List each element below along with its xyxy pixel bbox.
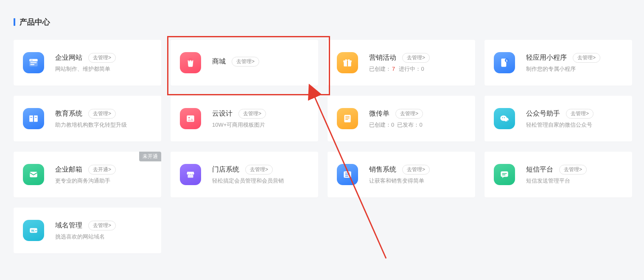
card-enterprise-site[interactable]: 企业网站 去管理> 网站制作、维护都简单 [14,40,161,86]
manage-button[interactable]: 去管理> [88,109,116,119]
stat-publish-label: 已发布： [397,122,419,128]
svg-point-2 [31,60,31,61]
stat-created-label: 已创建： [369,66,391,72]
card-cloud-design[interactable]: 云设计 去管理> 10W+可商用模板图片 [171,96,318,141]
store-icon [180,164,201,185]
svg-rect-11 [33,115,34,122]
not-opened-tag: 未开通 [139,152,161,161]
window-icon [23,52,44,73]
stat-created-label: 已创建： [369,122,391,128]
card-micro-flyer[interactable]: 微传单 去管理> 已创建：0 已发布：0 [328,96,475,141]
manage-button[interactable]: 去管理> [566,109,594,119]
svg-text:W.≡: W.≡ [31,229,37,233]
section-title: 产品中心 [14,17,630,27]
card-title: 销售系统 [369,165,396,174]
manage-button[interactable]: 去管理> [238,109,266,119]
manage-button[interactable]: 去管理> [88,53,116,63]
svg-rect-12 [30,117,32,118]
svg-rect-25 [30,172,37,177]
sms-icon [494,164,515,185]
card-marketing[interactable]: 营销活动 去管理> 已创建：7 进行中：0 [328,40,475,86]
svg-rect-18 [345,118,350,119]
section-title-text: 产品中心 [20,17,50,27]
svg-point-23 [504,117,505,118]
stat-running-label: 进行中： [399,66,421,72]
manage-button[interactable]: 去管理> [245,165,273,175]
book-icon [23,108,44,129]
title-bar-accent [14,18,15,26]
stat-created-value: 0 [391,122,394,128]
manage-button[interactable]: 去管理> [88,221,116,230]
card-desc: 制作您的专属小程序 [526,65,623,73]
card-title: 商城 [212,57,226,66]
svg-rect-5 [30,64,34,65]
card-desc: 助力教培机构数字化转型升级 [55,121,152,129]
svg-rect-16 [344,115,350,122]
svg-point-3 [32,60,33,61]
svg-rect-32 [502,173,507,174]
list-icon [337,164,358,185]
domain-icon: W.≡ [23,220,44,241]
card-desc: 轻松搞定会员管理和会员营销 [212,177,309,185]
card-title: 云设计 [212,109,232,118]
stat-created-value: 7 [392,66,395,72]
svg-rect-4 [30,62,36,63]
manage-button[interactable]: 去管理> [395,109,423,119]
shopping-bag-icon [180,52,201,73]
miniapp-icon [494,52,515,73]
card-title: 公众号助手 [526,109,560,118]
svg-rect-29 [345,174,350,175]
svg-rect-31 [501,171,508,177]
card-wechat-assist[interactable]: 公众号助手 去管理> 轻松管理自家的微信公众号 [484,96,632,141]
card-title: 短信平台 [526,165,553,174]
card-desc: 10W+可商用模板图片 [212,121,309,129]
manage-button[interactable]: 去管理> [232,57,259,67]
gift-icon [337,52,358,73]
svg-rect-13 [35,117,36,118]
stat-publish-value: 0 [419,122,422,128]
svg-rect-17 [345,116,350,117]
svg-rect-30 [345,176,349,177]
card-sales-system[interactable]: 销售系统 去管理> 让获客和销售变得简单 [328,152,475,197]
card-title: 域名管理 [55,221,82,230]
card-desc: 更专业的商务沟通助手 [55,177,152,185]
stat-running-value: 0 [421,66,424,72]
svg-rect-26 [188,175,193,178]
card-desc: 挑选喜欢的网站域名 [55,233,152,241]
wechat-icon [494,108,515,129]
manage-button[interactable]: 去管理> [402,53,430,63]
card-title: 企业邮箱 [55,165,82,174]
open-button[interactable]: 去开通> [88,165,116,175]
card-store-system[interactable]: 门店系统 去管理> 轻松搞定会员管理和会员营销 [171,152,318,197]
svg-point-22 [502,117,503,118]
card-stats: 已创建：0 已发布：0 [369,121,466,129]
svg-rect-28 [345,173,350,174]
card-desc: 短信发送管理平台 [526,177,623,185]
manage-button[interactable]: 去管理> [559,165,587,175]
card-domain-manage[interactable]: W.≡ 域名管理 去管理> 挑选喜欢的网站域名 [14,208,161,253]
flyer-icon [337,108,358,129]
card-stats: 已创建：7 进行中：0 [369,65,466,73]
svg-rect-8 [347,61,348,67]
product-grid: 企业网站 去管理> 网站制作、维护都简单 商城 去管理> [14,40,630,253]
svg-point-15 [188,117,190,118]
card-title: 教育系统 [55,109,82,118]
card-shop[interactable]: 商城 去管理> [171,40,318,86]
card-miniapp[interactable]: 轻应用小程序 去管理> 制作您的专属小程序 [484,40,632,86]
card-title: 企业网站 [55,53,82,62]
mail-icon [23,164,44,185]
svg-rect-19 [345,119,348,120]
card-title: 微传单 [369,109,389,118]
card-enterprise-mail[interactable]: 未开通 企业邮箱 去开通> 更专业的商务沟通助手 [14,152,161,197]
card-desc: 网站制作、维护都简单 [55,65,152,73]
card-desc: 轻松管理自家的微信公众号 [526,121,623,129]
card-education[interactable]: 教育系统 去管理> 助力教培机构数字化转型升级 [14,96,161,141]
svg-rect-33 [502,175,506,175]
image-icon [180,108,201,129]
card-sms-platform[interactable]: 短信平台 去管理> 短信发送管理平台 [484,152,632,197]
manage-button[interactable]: 去管理> [402,165,430,175]
manage-button[interactable]: 去管理> [573,53,600,63]
card-title: 营销活动 [369,53,396,62]
card-title: 门店系统 [212,165,239,174]
card-desc: 让获客和销售变得简单 [369,177,466,185]
